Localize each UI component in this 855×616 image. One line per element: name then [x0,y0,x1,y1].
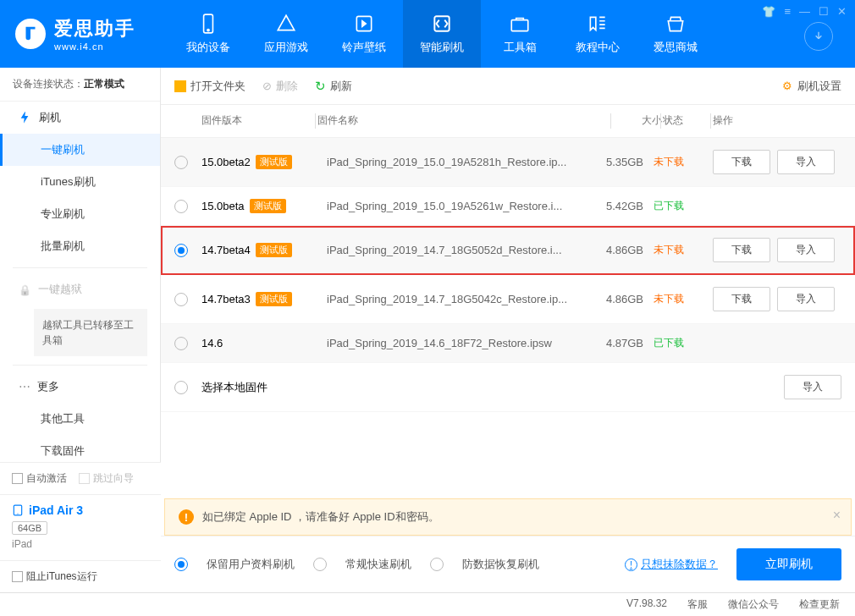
import-button[interactable]: 导入 [777,150,835,174]
flash-now-button[interactable]: 立即刷机 [736,548,841,580]
firmware-row[interactable]: 15.0beta2测试版iPad_Spring_2019_15.0_19A528… [161,138,855,187]
firmware-size: 4.87GB [594,337,654,349]
tablet-icon [12,504,24,516]
alert-close-button[interactable]: × [833,508,841,523]
sidebar-item-pro-flash[interactable]: 专业刷机 [0,198,160,230]
refresh-button[interactable]: ↻ 刷新 [315,79,352,94]
firmware-row[interactable]: 15.0beta测试版iPad_Spring_2019_15.0_19A5261… [161,187,855,226]
sidebar-item-batch-flash[interactable]: 批量刷机 [0,230,160,262]
jailbreak-moved-note: 越狱工具已转移至工具箱 [34,309,147,356]
beta-badge: 测试版 [250,199,286,213]
firmware-name: iPad_Spring_2019_15.0_19A5281h_Restore.i… [327,156,594,168]
nav-tab-2[interactable]: 铃声壁纸 [325,0,403,68]
auto-activate-checkbox[interactable]: 自动激活 [12,471,67,486]
sidebar-item-itunes-flash[interactable]: iTunes刷机 [0,166,160,198]
option-anti-recovery[interactable]: 防数据恢复刷机 [430,557,539,572]
row-radio[interactable] [174,381,188,394]
local-firmware-row[interactable]: 选择本地固件导入 [161,363,855,412]
firmware-size: 5.35GB [594,156,654,168]
logo-icon [15,19,46,49]
sidebar-group-more[interactable]: ⋯ 更多 [0,371,160,403]
maximize-icon[interactable]: ☐ [819,5,829,18]
row-radio[interactable] [174,156,188,169]
download-button[interactable]: 下载 [713,238,770,262]
row-radio[interactable] [174,200,188,213]
close-icon[interactable]: ✕ [837,5,847,18]
flash-settings-button[interactable]: ⚙ 刷机设置 [782,79,841,94]
check-update-link[interactable]: 检查更新 [799,597,840,612]
row-radio[interactable] [174,337,188,350]
download-manager-button[interactable] [804,22,833,51]
firmware-version: 15.0beta2 [201,156,251,168]
firmware-status: 未下载 [654,243,713,257]
nav-tab-3[interactable]: 智能刷机 [403,0,481,68]
bolt-icon [19,111,32,124]
download-button[interactable]: 下载 [713,150,770,174]
device-status: 设备连接状态：正常模式 [0,68,160,102]
col-action: 操作 [713,113,841,129]
nav-icon [509,13,531,35]
app-site: www.i4.cn [54,41,135,52]
firmware-status: 未下载 [654,292,713,306]
col-version: 固件版本 [201,113,327,129]
import-button[interactable]: 导入 [777,238,835,262]
gear-icon: ⚙ [782,80,792,92]
lock-icon [19,283,31,296]
beta-badge: 测试版 [256,292,292,306]
wechat-link[interactable]: 微信公众号 [728,597,779,612]
block-itunes-checkbox[interactable]: 阻止iTunes运行 [12,569,97,584]
sidebar-group-flash[interactable]: 刷机 [0,102,160,134]
open-folder-button[interactable]: 打开文件夹 [174,79,245,94]
option-keep-data[interactable]: 保留用户资料刷机 [174,557,295,572]
nav-tab-4[interactable]: 工具箱 [481,0,559,68]
device-storage: 64GB [12,521,47,535]
nav-tab-5[interactable]: 教程中心 [559,0,637,68]
app-title: 爱思助手 [54,16,135,41]
nav-tab-6[interactable]: 爱思商城 [637,0,714,68]
firmware-version: 14.6 [201,337,223,349]
skip-guide-checkbox[interactable]: 跳过向导 [79,471,134,486]
table-header: 固件版本 固件名称 大小 状态 操作 [161,105,855,138]
nav-tab-1[interactable]: 应用游戏 [247,0,325,68]
firmware-row[interactable]: 14.6iPad_Spring_2019_14.6_18F72_Restore.… [161,324,855,363]
firmware-version: 14.7beta4 [201,244,251,256]
import-button[interactable]: 导入 [784,375,841,399]
firmware-size: 4.86GB [594,244,654,256]
row-radio[interactable] [174,293,188,306]
firmware-size: 5.42GB [594,200,654,212]
warning-icon: ! [179,509,194,525]
tshirt-icon[interactable]: 👕 [762,5,775,18]
app-logo: 爱思助手 www.i4.cn [15,16,135,52]
support-link[interactable]: 客服 [687,597,708,612]
option-regular-flash[interactable]: 常规快速刷机 [313,557,411,572]
device-type: iPad [12,538,149,550]
version-label: V7.98.32 [626,597,667,612]
firmware-row[interactable]: 14.7beta4测试版iPad_Spring_2019_14.7_18G505… [161,226,855,275]
nav-icon [587,13,609,35]
sidebar-item-oneclick-flash[interactable]: 一键刷机 [0,134,160,166]
nav-icon [431,13,453,35]
beta-badge: 测试版 [256,243,292,257]
more-icon: ⋯ [19,380,30,393]
row-radio[interactable] [174,244,188,257]
firmware-version: 14.7beta3 [201,293,251,305]
apple-id-alert: ! 如已绑定 Apple ID ，请准备好 Apple ID和密码。 × [164,498,852,536]
erase-only-link[interactable]: ! 只想抹除数据？ [625,557,718,572]
delete-button[interactable]: ⊘ 删除 [262,79,298,94]
svg-rect-4 [511,20,528,31]
menu-icon[interactable]: ≡ [784,5,791,18]
nav-tab-0[interactable]: 我的设备 [169,0,247,68]
firmware-name: iPad_Spring_2019_15.0_19A5261w_Restore.i… [327,200,594,212]
firmware-status: 未下载 [654,155,713,169]
minimize-icon[interactable]: — [799,5,810,18]
nav-icon [665,13,687,35]
col-name: 固件名称 [317,113,622,129]
sidebar-item-other-tools[interactable]: 其他工具 [0,403,160,435]
firmware-row[interactable]: 14.7beta3测试版iPad_Spring_2019_14.7_18G504… [161,275,855,324]
import-button[interactable]: 导入 [777,287,835,311]
connected-device[interactable]: iPad Air 3 64GB iPad [0,494,161,560]
firmware-status: 已下载 [654,336,713,350]
folder-icon [174,80,186,92]
download-button[interactable]: 下载 [713,287,770,311]
firmware-name: iPad_Spring_2019_14.7_18G5052d_Restore.i… [327,244,594,256]
